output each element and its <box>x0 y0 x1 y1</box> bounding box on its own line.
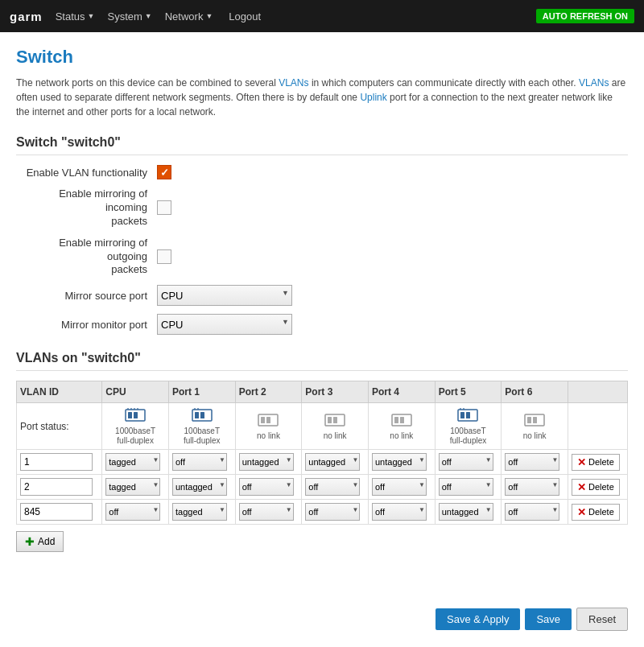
svg-rect-27 <box>527 417 531 423</box>
port1-active-icon <box>191 406 213 424</box>
mirror-source-label: Mirror source port <box>16 290 157 302</box>
mirror-monitor-select[interactable]: CPU Port 1 Port 2 Port 3 Port 4 Port 5 P… <box>157 314 292 335</box>
cpu-active-icon <box>124 406 147 424</box>
svg-rect-8 <box>195 412 199 418</box>
svg-rect-20 <box>400 417 404 423</box>
col-port1: Port 1 <box>168 381 235 403</box>
add-icon: ✚ <box>25 535 35 548</box>
vlan845-cpu-select[interactable]: taggeduntaggedoff <box>105 503 160 521</box>
port4-inactive-icon <box>390 411 413 429</box>
port5-status: 100baseTfull-duplex <box>435 403 502 450</box>
status-caret-icon: ▼ <box>88 12 95 20</box>
vlan1-cpu-select[interactable]: taggeduntaggedoff <box>105 453 160 471</box>
mirror-source-row: Mirror source port CPU Port 1 Port 2 Por… <box>16 285 628 306</box>
mirror-source-select[interactable]: CPU Port 1 Port 2 Port 3 Port 4 Port 5 P… <box>157 285 292 306</box>
auto-refresh-badge: AUTO REFRESH ON <box>536 9 634 23</box>
cpu-status: 1000baseTfull-duplex <box>102 403 169 450</box>
delete-vlan2-button[interactable]: ✕ Delete <box>572 479 620 496</box>
col-port2: Port 2 <box>235 381 302 403</box>
vlan-id-1-input[interactable] <box>20 453 93 471</box>
port-status-row: Port status: <box>17 403 628 450</box>
svg-rect-14 <box>266 417 270 423</box>
reset-button[interactable]: Reset <box>576 608 628 631</box>
vlan1-port3-select[interactable]: taggeduntaggedoff <box>305 453 360 471</box>
svg-rect-22 <box>460 412 464 418</box>
port5-active-icon <box>456 406 479 424</box>
switch-section-title: Switch "switch0" <box>16 135 628 155</box>
mirror-outgoing-checkbox[interactable] <box>157 249 171 264</box>
port6-status: no link <box>502 403 568 450</box>
mirror-monitor-row: Mirror monitor port CPU Port 1 Port 2 Po… <box>16 314 628 335</box>
col-vlan-id: VLAN ID <box>17 381 102 403</box>
vlan1-port4-select[interactable]: taggeduntaggedoff <box>372 453 427 471</box>
vlan1-port1-select[interactable]: taggeduntaggedoff <box>172 453 227 471</box>
save-button[interactable]: Save <box>525 608 572 630</box>
port6-inactive-icon <box>523 411 546 429</box>
svg-rect-17 <box>333 417 337 423</box>
vlan845-port2-select[interactable]: taggeduntaggedoff <box>239 503 294 521</box>
vlans-table: VLAN ID CPU Port 1 Port 2 Port 3 Port 4 … <box>16 381 628 525</box>
vlan2-cpu-select[interactable]: taggeduntaggedoff <box>105 478 160 496</box>
svg-rect-1 <box>128 412 132 418</box>
mirror-incoming-label: Enable mirroring of incomingpackets <box>16 188 157 229</box>
vlan1-port6-select[interactable]: taggeduntaggedoff <box>505 453 559 471</box>
vlan-row-2: taggeduntaggedoff taggeduntaggedoff <box>17 475 628 500</box>
col-port6: Port 6 <box>502 381 568 403</box>
nav-system[interactable]: System ▼ <box>107 10 151 23</box>
mirror-incoming-row: Enable mirroring of incomingpackets <box>16 188 628 229</box>
vlan845-port3-select[interactable]: taggeduntaggedoff <box>305 503 360 521</box>
nav-logout[interactable]: Logout <box>229 10 261 23</box>
footer-buttons: Save & Apply Save Reset <box>436 608 628 631</box>
port4-status: no link <box>368 403 435 450</box>
delete-vlan845-button[interactable]: ✕ Delete <box>572 504 620 521</box>
vlan845-port6-select[interactable]: taggeduntaggedoff <box>505 503 559 521</box>
svg-rect-28 <box>533 417 537 423</box>
vlan-id-2-input[interactable] <box>20 478 93 496</box>
add-vlan-button[interactable]: ✚ Add <box>16 531 64 552</box>
mirror-outgoing-label: Enable mirroring of outgoingpackets <box>16 237 157 278</box>
port-status-label: Port status: <box>17 403 102 450</box>
save-apply-button[interactable]: Save & Apply <box>436 608 520 630</box>
vlan2-port5-select[interactable]: taggeduntaggedoff <box>439 478 493 496</box>
vlan2-port4-select[interactable]: taggeduntaggedoff <box>372 478 427 496</box>
svg-rect-23 <box>466 412 470 418</box>
vlan2-port3-select[interactable]: taggeduntaggedoff <box>305 478 360 496</box>
enable-vlan-label: Enable VLAN functionality <box>16 167 157 179</box>
mirror-incoming-checkbox[interactable] <box>157 200 171 215</box>
vlan845-port5-select[interactable]: taggeduntaggedoff <box>439 503 493 521</box>
table-header-row: VLAN ID CPU Port 1 Port 2 Port 3 Port 4 … <box>17 381 628 403</box>
vlan2-port6-select[interactable]: taggeduntaggedoff <box>505 478 559 496</box>
svg-rect-9 <box>200 412 204 418</box>
mirror-outgoing-row: Enable mirroring of outgoingpackets <box>16 237 628 278</box>
svg-rect-19 <box>394 417 398 423</box>
col-actions <box>568 381 628 403</box>
svg-rect-13 <box>261 417 265 423</box>
mirror-monitor-label: Mirror monitor port <box>16 319 157 331</box>
vlan1-port5-select[interactable]: taggeduntaggedoff <box>439 453 493 471</box>
vlan845-port1-select[interactable]: taggeduntaggedoff <box>172 503 227 521</box>
col-port3: Port 3 <box>302 381 369 403</box>
vlans-section-title: VLANs on "switch0" <box>16 351 628 371</box>
port2-inactive-icon <box>257 411 279 429</box>
vlan2-port2-select[interactable]: taggeduntaggedoff <box>239 478 294 496</box>
delete-vlan1-button[interactable]: ✕ Delete <box>572 454 620 471</box>
enable-vlan-checkbox[interactable] <box>157 165 171 179</box>
svg-rect-16 <box>328 417 332 423</box>
system-caret-icon: ▼ <box>145 12 152 20</box>
nav-network[interactable]: Network ▼ <box>165 10 213 23</box>
vlan2-port1-select[interactable]: taggeduntaggedoff <box>172 478 227 496</box>
enable-vlan-row: Enable VLAN functionality <box>16 165 628 179</box>
switch-section: Switch "switch0" Enable VLAN functionali… <box>16 135 628 335</box>
vlans-section: VLANs on "switch0" VLAN ID CPU Port 1 Po… <box>16 351 628 552</box>
port2-status: no link <box>235 403 302 450</box>
port3-status: no link <box>302 403 369 450</box>
nav-status[interactable]: Status ▼ <box>56 10 95 23</box>
port3-inactive-icon <box>324 411 346 429</box>
vlan1-port2-select[interactable]: taggeduntaggedoff <box>239 453 294 471</box>
network-caret-icon: ▼ <box>205 12 213 20</box>
vlan-row-1: taggeduntaggedoff taggeduntaggedoff <box>17 450 628 475</box>
main-content: Switch The network ports on this device … <box>0 32 644 647</box>
col-cpu: CPU <box>102 381 169 403</box>
vlan-id-845-input[interactable] <box>20 503 93 521</box>
vlan845-port4-select[interactable]: taggeduntaggedoff <box>372 503 427 521</box>
